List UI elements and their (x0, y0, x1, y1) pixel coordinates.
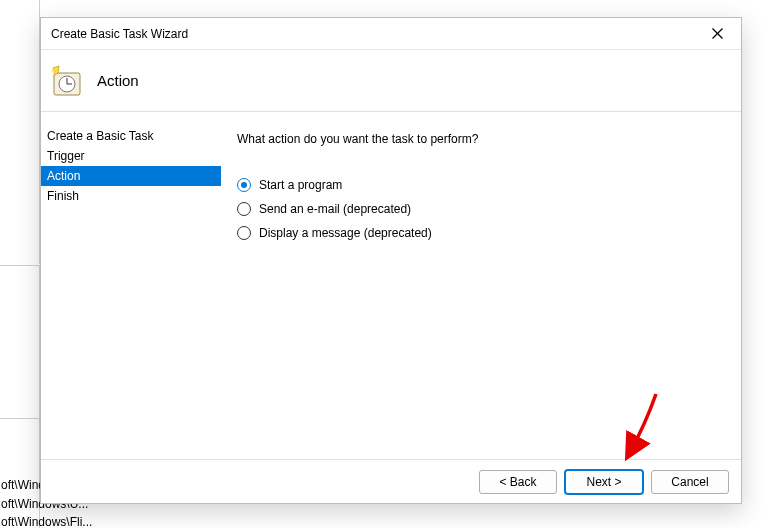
bg-divider (0, 418, 40, 419)
nav-item-create-basic-task[interactable]: Create a Basic Task (41, 126, 221, 146)
back-button[interactable]: < Back (479, 470, 557, 494)
cancel-button[interactable]: Cancel (651, 470, 729, 494)
wizard-nav: Create a Basic Task Trigger Action Finis… (41, 112, 221, 459)
wizard-body: Create a Basic Task Trigger Action Finis… (41, 112, 741, 459)
wizard-header: Action (41, 50, 741, 112)
nav-item-trigger[interactable]: Trigger (41, 146, 221, 166)
bg-tree-item: oft\Windows\Fli... (1, 515, 92, 528)
wizard-step-title: Action (97, 72, 139, 89)
radio-label: Display a message (deprecated) (259, 226, 432, 240)
wizard-icon (49, 64, 83, 98)
wizard-dialog: Create Basic Task Wizard Action Create a… (40, 17, 742, 504)
radio-display-message[interactable]: Display a message (deprecated) (237, 226, 717, 240)
wizard-content: What action do you want the task to perf… (221, 112, 741, 459)
next-button[interactable]: Next > (565, 470, 643, 494)
wizard-footer: < Back Next > Cancel (41, 459, 741, 503)
content-prompt: What action do you want the task to perf… (237, 132, 717, 146)
radio-start-program[interactable]: Start a program (237, 178, 717, 192)
radio-label: Start a program (259, 178, 342, 192)
dialog-title: Create Basic Task Wizard (51, 27, 703, 41)
titlebar: Create Basic Task Wizard (41, 18, 741, 50)
radio-icon (237, 202, 251, 216)
radio-send-email[interactable]: Send an e-mail (deprecated) (237, 202, 717, 216)
close-icon (712, 28, 723, 39)
nav-item-finish[interactable]: Finish (41, 186, 221, 206)
close-button[interactable] (703, 22, 731, 46)
radio-icon (237, 226, 251, 240)
bg-panel (0, 0, 40, 264)
nav-item-action[interactable]: Action (41, 166, 221, 186)
radio-icon (237, 178, 251, 192)
radio-label: Send an e-mail (deprecated) (259, 202, 411, 216)
